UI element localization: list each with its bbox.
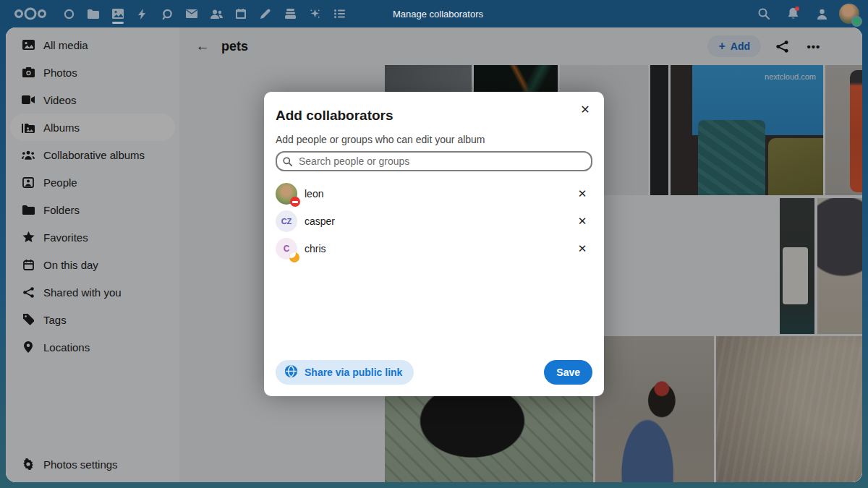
assistant-sparkle-icon[interactable] [302, 0, 327, 27]
collaborator-name: casper [305, 215, 335, 227]
collaborator-row-casper: CZ casper ✕ [276, 207, 592, 235]
modal-title: Add collaborators [276, 108, 592, 124]
tasks-list-icon[interactable] [327, 0, 352, 27]
files-icon[interactable] [81, 0, 106, 27]
avatar: C [276, 238, 297, 260]
collaborator-search [276, 151, 592, 171]
notes-pencil-icon[interactable] [253, 0, 278, 27]
calendar-icon[interactable] [229, 0, 253, 27]
nextcloud-logo-icon[interactable] [12, 7, 49, 20]
search-icon [283, 156, 292, 169]
remove-collaborator-icon[interactable]: ✕ [572, 211, 592, 231]
manage-collaborators-tooltip: Manage collaborators [393, 9, 483, 20]
deck-icon[interactable] [278, 0, 302, 27]
circle-app-icon[interactable] [56, 0, 81, 27]
top-bar: Manage collaborators [0, 0, 868, 27]
globe-icon [284, 364, 298, 380]
remove-collaborator-icon[interactable]: ✕ [572, 184, 592, 204]
app-icon-row [56, 0, 352, 27]
save-button[interactable]: Save [544, 360, 592, 385]
mail-icon[interactable] [179, 0, 204, 27]
share-link-label: Share via public link [305, 367, 402, 378]
activity-icon[interactable] [130, 0, 155, 27]
user-avatar[interactable] [839, 4, 859, 24]
share-via-public-link-button[interactable]: Share via public link [276, 360, 414, 385]
collaborator-name: leon [305, 188, 323, 200]
online-status-icon [851, 16, 862, 27]
notifications-bell-icon[interactable] [781, 0, 804, 27]
contacts-menu-icon[interactable] [810, 0, 833, 27]
notification-badge [795, 7, 799, 11]
collaborator-list: leon ✕ CZ casper ✕ C chris ✕ [276, 180, 592, 262]
avatar-initial: C [284, 244, 290, 254]
active-app-underline [112, 22, 124, 24]
search-people-input[interactable] [276, 151, 592, 171]
remove-collaborator-icon[interactable]: ✕ [572, 239, 592, 259]
dnd-status-icon [290, 197, 300, 207]
talk-icon[interactable] [155, 0, 179, 27]
add-collaborators-modal: ✕ Add collaborators Add people or groups… [264, 92, 604, 396]
modal-footer: Share via public link Save [276, 360, 592, 385]
search-icon[interactable] [752, 0, 775, 27]
collaborator-row-leon: leon ✕ [276, 180, 592, 207]
avatar [276, 183, 297, 205]
modal-subtitle: Add people or groups who can edit your a… [276, 134, 592, 145]
collaborator-row-chris: C chris ✕ [276, 235, 592, 262]
photos-icon[interactable] [106, 0, 130, 27]
away-status-icon [289, 252, 299, 262]
avatar: CZ [276, 210, 297, 232]
contacts-icon[interactable] [204, 0, 229, 27]
close-icon[interactable]: ✕ [575, 99, 595, 119]
topbar-right-actions [752, 0, 862, 27]
collaborator-name: chris [305, 243, 326, 254]
